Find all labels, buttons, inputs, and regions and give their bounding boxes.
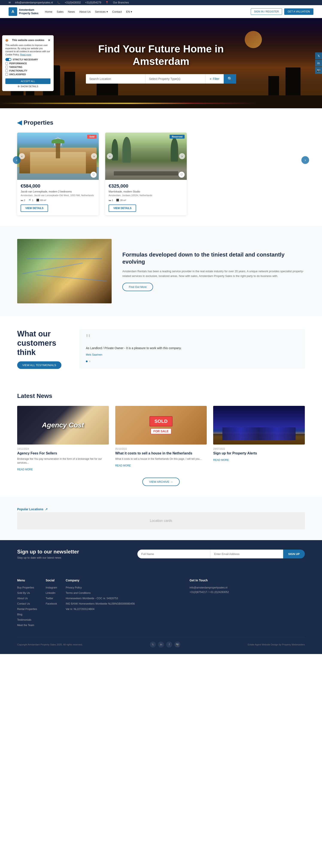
cookie-show-details-button[interactable]: ⚙ SHOW DETAILS: [5, 85, 51, 88]
news-read-more-1[interactable]: READ MORE: [17, 468, 33, 471]
news-date-2: 05/10/2022: [115, 447, 207, 450]
top-bar-branches[interactable]: Our Branches: [113, 1, 129, 4]
nav-home[interactable]: Home: [45, 10, 53, 13]
carousel-next-button[interactable]: ›: [301, 156, 309, 164]
footer-link-terms[interactable]: Terms and Conditions: [66, 591, 91, 594]
top-bar-email[interactable]: info@amsterdampropertysales.nl: [15, 1, 53, 4]
footer-menu-list: Buy Properties Sold By Us About Us Conta…: [17, 586, 37, 627]
news-read-more-3[interactable]: READ MORE: [213, 459, 229, 462]
footer-link-linkedin[interactable]: LinkedIn: [46, 591, 55, 594]
cookie-body: This website uses cookies to improve use…: [5, 43, 51, 56]
view-all-testimonials-button[interactable]: VIEW ALL TESTIMONIALS: [17, 361, 61, 369]
property-type-input[interactable]: [146, 74, 205, 84]
nav-sales[interactable]: Sales: [57, 10, 64, 13]
footer-link-instagram[interactable]: Instagram: [46, 586, 57, 589]
property-heart-2[interactable]: ♡: [179, 172, 185, 178]
prop-next-2[interactable]: ›: [179, 153, 185, 159]
nav-contact[interactable]: Contact: [112, 10, 122, 13]
view-archive-button[interactable]: VIEW ARCHIVE →: [142, 477, 180, 486]
find-out-more-button[interactable]: Find Out More: [122, 283, 153, 291]
footer-link-testimonials[interactable]: Testimonials: [17, 618, 31, 621]
footer: Menu Buy Properties Sold By Us About Us …: [0, 568, 322, 654]
cookie-checkbox-performance[interactable]: [5, 62, 8, 65]
footer-social-list: Instagram LinkedIn Twitter Facebook: [46, 586, 57, 606]
footer-link-vat[interactable]: Vat nr. NL227203124B04: [66, 608, 94, 611]
footer-link-sold[interactable]: Sold By Us: [17, 591, 30, 594]
property-nav-1: ‹ ›: [17, 153, 99, 159]
footer-link-about[interactable]: About Us: [17, 597, 28, 600]
cookie-checkbox-targeting[interactable]: [5, 66, 8, 68]
logo[interactable]: A Amsterdam Property Sales: [8, 7, 38, 16]
about-image: [17, 239, 111, 303]
footer-icon-instagram[interactable]: 📷: [174, 642, 180, 648]
cookie-toggle-strictly[interactable]: [5, 58, 11, 61]
signin-button[interactable]: SIGN IN / REGISTER: [251, 8, 282, 15]
cookie-option-functionality: FUNCTIONALITY: [5, 69, 51, 72]
carousel-prev-button[interactable]: ‹: [13, 156, 21, 164]
newsletter-name-input[interactable]: [137, 550, 210, 558]
footer-icon-facebook[interactable]: f: [166, 642, 172, 648]
navbar: A Amsterdam Property Sales Home Sales Ne…: [0, 5, 322, 18]
cookie-option-unclassified: UNCLASSIFIED: [5, 73, 51, 75]
news-read-more-2[interactable]: READ MORE: [115, 464, 131, 467]
social-x[interactable]: 𝕏: [315, 53, 322, 59]
footer-link-coc[interactable]: Homeseekers Worldwide - COC nr. 54928753: [66, 597, 118, 600]
top-bar-icon3: 📍: [105, 1, 108, 4]
footer-link-privacy[interactable]: Privacy Policy: [66, 586, 82, 589]
footer-link-rental[interactable]: Rental Properties: [17, 608, 37, 611]
social-linkedin[interactable]: in: [315, 60, 322, 67]
property-heart-1[interactable]: ♡: [91, 172, 97, 178]
cookie-label-functionality: FUNCTIONALITY: [9, 69, 28, 72]
testimonial-dot-1[interactable]: [86, 361, 88, 362]
news-date-3: 29/07/2022: [213, 447, 305, 450]
footer-icon-linkedin[interactable]: in: [158, 642, 164, 648]
sold-banner: SOLD FOR SALE: [115, 406, 207, 444]
testimonial-dot-2[interactable]: [89, 361, 91, 362]
newsletter-signup-button[interactable]: SIGN UP: [283, 550, 305, 558]
prop-next-1[interactable]: ›: [91, 153, 97, 159]
top-bar-icon: ✉: [8, 1, 11, 4]
nav-lang[interactable]: EN ▾: [126, 10, 132, 13]
nav-services[interactable]: Services ▾: [95, 10, 108, 13]
footer-col-menu: Menu Buy Properties Sold By Us About Us …: [17, 579, 37, 628]
footer-link-buy[interactable]: Buy Properties: [17, 586, 34, 589]
cookie-read-more[interactable]: Read more: [20, 53, 31, 56]
news-title-1: Agency Fees For Sellers: [17, 452, 109, 455]
cookie-close-button[interactable]: ✕: [48, 38, 51, 42]
filter-button[interactable]: ≡ Filter: [205, 74, 224, 84]
top-bar-phone1[interactable]: +31(0)428332: [65, 1, 81, 4]
cookie-checkbox-unclassified[interactable]: [5, 73, 8, 75]
settings-icon: ⚙: [18, 85, 20, 88]
footer-link-contact[interactable]: Contact Us: [17, 602, 30, 605]
footer-col-social: Social Instagram LinkedIn Twitter Facebo…: [46, 579, 57, 628]
cookie-accept-all-button[interactable]: ACCEPT ALL: [5, 79, 51, 84]
footer-icon-x[interactable]: 𝕏: [150, 642, 156, 648]
newsletter-email-input[interactable]: [210, 550, 283, 558]
sold-sign: SOLD: [150, 416, 172, 427]
search-submit-button[interactable]: 🔍: [224, 74, 236, 84]
about-content: Formulas developed down to the tiniest d…: [122, 251, 305, 291]
search-location-input[interactable]: [86, 74, 145, 84]
property-view-1[interactable]: VIEW DETAILS: [21, 205, 48, 212]
property-stats-2: 🛏 1 ⬛ 28 m²: [108, 199, 183, 202]
footer-link-team[interactable]: Meet the Team: [17, 624, 34, 627]
property-info-1: €584,000 Jacob van Lennepkade, modern 2 …: [17, 180, 99, 215]
footer-link-blog[interactable]: Blog: [17, 613, 22, 616]
footer-link-twitter[interactable]: Twitter: [46, 597, 53, 600]
cookie-checkbox-functionality[interactable]: [5, 69, 8, 72]
valuation-button[interactable]: GET A VALUATION: [284, 8, 314, 15]
nav-about[interactable]: About Us: [79, 10, 91, 13]
social-sidebar: 𝕏 in 📷: [315, 53, 322, 74]
nav-news[interactable]: News: [68, 10, 75, 13]
testimonial-dots: [86, 361, 298, 362]
footer-link-facebook[interactable]: Facebook: [46, 602, 57, 605]
footer-link-bank[interactable]: ING BANK Homeseekers Worldwide NL09INGB0…: [66, 602, 135, 605]
social-instagram[interactable]: 📷: [315, 67, 322, 74]
top-bar-phone2[interactable]: +31(0)354279: [85, 1, 101, 4]
logo-text: Amsterdam Property Sales: [19, 8, 38, 15]
news-image-2: SOLD FOR SALE: [115, 406, 207, 444]
search-bar: ≡ Filter 🔍: [86, 74, 236, 84]
prop-prev-2[interactable]: ‹: [107, 153, 113, 159]
footer-social-heading: Social: [46, 579, 57, 582]
property-view-2[interactable]: VIEW DETAILS: [108, 205, 136, 212]
